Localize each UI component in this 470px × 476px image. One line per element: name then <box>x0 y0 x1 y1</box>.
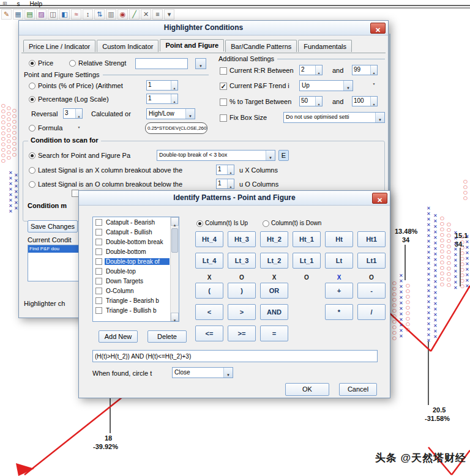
pnf-chart-icon[interactable]: ▨ <box>36 9 47 20</box>
spinner-arrows[interactable] <box>227 179 234 188</box>
bar-chart-icon[interactable]: ◧ <box>59 9 70 20</box>
save-changes-button[interactable]: Save Changes <box>28 220 78 232</box>
more-tools-icon[interactable]: ▾ <box>164 9 174 20</box>
close-icon[interactable] <box>370 23 386 34</box>
tab-bar-candle-patterns[interactable]: Bar/Candle Patterns <box>225 40 297 52</box>
pattern-list-item[interactable]: Triangle - Bearish b <box>93 296 179 305</box>
pattern-checkbox[interactable] <box>95 248 102 255</box>
ht4-button[interactable]: Ht_4 <box>195 231 223 247</box>
scroll-down-icon[interactable] <box>171 313 179 321</box>
condition-list-item[interactable]: Find P&F dou <box>28 245 78 253</box>
ht2-button[interactable]: Ht_2 <box>260 231 288 247</box>
target-min-spinner[interactable]: 50 <box>299 96 323 106</box>
column-down-radio[interactable] <box>263 220 269 227</box>
close-paren-button[interactable]: ) <box>228 283 256 299</box>
lt-button[interactable]: Lt <box>325 253 353 269</box>
calculated-on-value[interactable]: High/Low <box>147 109 185 119</box>
delete-button[interactable]: Delete <box>147 330 187 343</box>
open-paren-button[interactable]: ( <box>195 283 223 299</box>
cancel-button[interactable]: Cancel <box>339 383 377 396</box>
pattern-checkbox[interactable] <box>95 229 102 236</box>
conditions-listbox[interactable]: Find P&F dou <box>28 245 79 281</box>
rr-max-spinner[interactable]: 99 <box>352 65 378 75</box>
pattern-label[interactable]: Double-top break of <box>105 258 170 265</box>
greater-equal-button[interactable]: >= <box>228 325 256 341</box>
tab-custom-indicator[interactable]: Custom Indicator <box>97 40 159 52</box>
when-found-value[interactable]: Close <box>173 368 223 377</box>
pattern-combo[interactable]: Double-top break of < 3 box <box>157 150 275 161</box>
edit-pattern-button[interactable]: E <box>278 150 289 161</box>
pattern-list-item[interactable]: Catapult - Bearish <box>93 217 179 227</box>
pattern-list-item[interactable]: Triangle - Bullish b <box>93 305 179 315</box>
column-up-radio[interactable] <box>196 220 203 227</box>
close-icon[interactable] <box>372 193 387 204</box>
signal-x-value[interactable]: 1 <box>217 165 227 174</box>
percentage-spinner[interactable]: 1 <box>146 94 178 104</box>
pattern-list-item-selected[interactable]: Double-top break of <box>93 256 179 266</box>
lt1-next-button[interactable]: Lt1 <box>357 253 386 269</box>
target-max-value[interactable]: 100 <box>352 97 370 106</box>
pattern-list-scrollbar[interactable] <box>170 217 179 321</box>
greater-than-button[interactable]: > <box>228 304 256 320</box>
indicator-icon[interactable]: ≈ <box>71 9 81 20</box>
divide-button[interactable]: / <box>357 304 386 320</box>
menu-item-s[interactable]: s <box>17 1 20 7</box>
menu-item-help[interactable]: Help <box>30 1 43 7</box>
signal-x-radio[interactable] <box>29 167 35 174</box>
rr-min-value[interactable]: 2 <box>300 65 315 75</box>
signal-x-spinner[interactable]: 1 <box>216 165 234 175</box>
spinner-arrows[interactable] <box>370 97 377 106</box>
dropdown-arrow-icon[interactable] <box>343 81 352 91</box>
highlighter-icon[interactable]: ◉ <box>118 9 128 20</box>
signal-o-value[interactable]: 1 <box>217 179 227 188</box>
lt4-button[interactable]: Lt_4 <box>195 253 223 269</box>
pattern-label[interactable]: Double-top <box>105 268 170 275</box>
grid-chart-icon[interactable]: ▦ <box>13 9 23 20</box>
formula-input[interactable]: 0.25*STDDEV(CLOSE,260) <box>145 122 207 134</box>
candle-chart-icon[interactable]: ◫ <box>48 9 58 20</box>
pnf-trend-checkbox[interactable] <box>220 83 227 90</box>
when-found-combo[interactable]: Close <box>172 367 233 378</box>
add-new-button[interactable]: Add New <box>99 330 138 343</box>
search-pattern-radio[interactable] <box>29 152 35 159</box>
reversal-spinner[interactable]: 3 <box>63 108 83 119</box>
spinner-arrows[interactable] <box>171 94 177 103</box>
lt1-prev-button[interactable]: Lt_1 <box>293 253 321 269</box>
rr-min-spinner[interactable]: 2 <box>299 65 323 75</box>
spinner-arrows[interactable] <box>227 165 234 174</box>
ok-button[interactable]: OK <box>285 383 329 396</box>
pattern-list-item[interactable]: Double-bottom <box>93 247 179 256</box>
equals-button[interactable]: = <box>260 325 288 341</box>
pattern-checkbox[interactable] <box>95 278 102 284</box>
tab-price-line-indicator[interactable]: Price Line / Indicator <box>23 40 95 52</box>
pattern-list-item[interactable]: O-Column <box>93 286 179 296</box>
multiply-button[interactable]: * <box>325 304 353 320</box>
pattern-checkbox[interactable] <box>95 239 102 245</box>
scale-icon[interactable]: ↕ <box>83 9 93 20</box>
pattern-checkbox[interactable] <box>95 288 102 294</box>
lt3-button[interactable]: Lt_3 <box>228 253 256 269</box>
formula-radio[interactable] <box>29 125 35 132</box>
points-spinner[interactable]: 1 <box>146 80 178 91</box>
minus-button[interactable]: - <box>357 283 386 299</box>
percentage-radio[interactable] <box>29 96 35 103</box>
pattern-checkbox[interactable] <box>95 297 102 304</box>
sort-icon[interactable]: ⇅ <box>94 9 105 20</box>
or-button[interactable]: OR <box>260 283 288 299</box>
dropdown-arrow-icon[interactable] <box>266 151 275 160</box>
rr-max-value[interactable]: 99 <box>352 65 370 75</box>
pattern-combo-value[interactable]: Double-top break of < 3 box <box>157 151 266 160</box>
pnf-trend-value[interactable]: Up <box>300 81 343 91</box>
trendline-icon[interactable]: ╱ <box>129 9 140 20</box>
spinner-arrows[interactable] <box>315 65 322 75</box>
lt2-button[interactable]: Lt_2 <box>260 253 288 269</box>
dropdown-arrow-icon[interactable] <box>375 113 384 122</box>
pattern-label[interactable]: Double-bottom <box>105 248 170 255</box>
fix-box-size-combo[interactable]: Do not use optimised setti <box>283 112 385 123</box>
line-chart-icon[interactable]: ▤ <box>24 9 35 20</box>
relative-strength-dropdown-icon[interactable] <box>195 58 206 69</box>
spinner-arrows[interactable] <box>370 65 377 75</box>
plus-button[interactable]: + <box>325 283 353 299</box>
fix-box-size-value[interactable]: Do not use optimised setti <box>284 113 375 122</box>
rr-between-checkbox[interactable] <box>220 67 227 75</box>
